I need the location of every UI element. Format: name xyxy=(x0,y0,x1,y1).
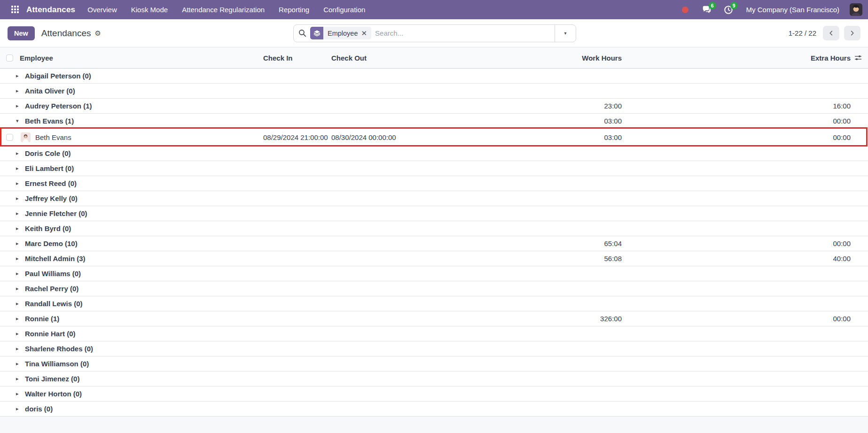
app-name[interactable]: Attendances xyxy=(26,5,75,15)
group-caret-icon[interactable]: ▸ xyxy=(16,301,21,307)
group-by-layers-icon xyxy=(310,27,323,39)
group-label: Jeffrey Kelly (0) xyxy=(25,194,78,202)
column-header-check-out[interactable]: Check Out xyxy=(330,54,470,62)
group-row[interactable]: ▾ Beth Evans (1) 03:00 00:00 xyxy=(0,114,868,129)
group-caret-icon[interactable]: ▸ xyxy=(16,180,21,186)
row-checkbox[interactable] xyxy=(6,134,13,141)
user-avatar[interactable] xyxy=(850,3,862,16)
notification-dot-icon[interactable] xyxy=(680,4,691,15)
new-button[interactable]: New xyxy=(8,26,35,40)
group-row[interactable]: ▸ Keith Byrd (0) xyxy=(0,221,868,236)
group-row[interactable]: ▸ Audrey Peterson (1) 23:00 16:00 xyxy=(0,99,868,114)
group-label: Jennie Fletcher (0) xyxy=(25,209,87,217)
group-caret-icon[interactable]: ▸ xyxy=(16,150,21,156)
group-caret-icon[interactable]: ▸ xyxy=(16,346,21,352)
group-caret-icon[interactable]: ▸ xyxy=(16,331,21,337)
activities-icon[interactable]: 9 xyxy=(723,4,734,15)
group-caret-icon[interactable]: ▸ xyxy=(16,376,21,382)
top-navbar: Attendances Overview Kiosk Mode Attendan… xyxy=(0,0,868,19)
group-row[interactable]: ▸ Randall Lewis (0) xyxy=(0,296,868,311)
select-all-checkbox[interactable] xyxy=(6,54,13,62)
group-caret-icon[interactable]: ▸ xyxy=(16,316,21,322)
nav-item-reporting[interactable]: Reporting xyxy=(279,6,309,14)
group-caret-icon[interactable]: ▸ xyxy=(16,225,21,232)
group-caret-icon[interactable]: ▸ xyxy=(16,406,21,412)
user-avatar-image xyxy=(850,3,862,16)
group-label: Marc Demo (10) xyxy=(25,240,78,247)
group-row[interactable]: ▸ Walter Horton (0) xyxy=(0,387,868,402)
sliders-icon xyxy=(854,54,862,62)
group-extra-hours: 16:00 xyxy=(623,102,852,110)
group-label: Keith Byrd (0) xyxy=(25,224,71,232)
group-row[interactable]: ▸ Jennie Fletcher (0) xyxy=(0,206,868,221)
group-row[interactable]: ▸ Eli Lambert (0) xyxy=(0,161,868,176)
group-caret-icon[interactable]: ▾ xyxy=(16,118,21,124)
facet-remove-icon[interactable]: ✕ xyxy=(361,30,367,37)
group-caret-icon[interactable]: ▸ xyxy=(16,210,21,216)
group-label: Randall Lewis (0) xyxy=(25,300,83,308)
group-row[interactable]: ▸ Marc Demo (10) 65:04 00:00 xyxy=(0,236,868,251)
group-extra-hours: 40:00 xyxy=(623,255,852,263)
group-label: Eli Lambert (0) xyxy=(25,164,74,172)
nav-item-configuration[interactable]: Configuration xyxy=(323,6,365,14)
search-options-toggle[interactable]: ▾ xyxy=(555,25,576,42)
group-caret-icon[interactable]: ▸ xyxy=(16,103,21,109)
nav-item-overview[interactable]: Overview xyxy=(87,6,117,14)
group-caret-icon[interactable]: ▸ xyxy=(16,271,21,277)
group-row[interactable]: ▸ Paul Williams (0) xyxy=(0,266,868,281)
group-caret-icon[interactable]: ▸ xyxy=(16,255,21,262)
optional-columns-button[interactable] xyxy=(852,54,868,62)
group-extra-hours: 00:00 xyxy=(623,315,852,323)
pager-previous-button[interactable] xyxy=(823,26,839,40)
group-label: Sharlene Rhodes (0) xyxy=(25,345,93,353)
group-work-hours: 326:00 xyxy=(470,315,623,323)
group-row[interactable]: ▸ Toni Jimenez (0) xyxy=(0,371,868,387)
check-out-value: 08/30/2024 00:00:00 xyxy=(330,133,470,141)
breadcrumb: Attendances xyxy=(41,28,91,39)
group-caret-icon[interactable]: ▸ xyxy=(16,165,21,171)
group-row[interactable]: ▸ Tina Williamson (0) xyxy=(0,356,868,371)
group-row[interactable]: ▸ Jeffrey Kelly (0) xyxy=(0,191,868,206)
group-label: Walter Horton (0) xyxy=(25,390,82,398)
column-header-work-hours[interactable]: Work Hours xyxy=(470,54,623,62)
messages-icon[interactable]: 6 xyxy=(701,4,712,15)
gear-icon[interactable]: ⚙ xyxy=(94,29,101,38)
group-caret-icon[interactable]: ▸ xyxy=(16,195,21,201)
column-header-employee[interactable]: Employee xyxy=(19,54,262,62)
search-bar[interactable]: Employee ✕ Search... ▾ xyxy=(293,24,576,42)
search-facet-employee[interactable]: Employee ✕ xyxy=(310,27,371,39)
company-switcher[interactable]: My Company (San Francisco) xyxy=(746,6,839,14)
group-row[interactable]: ▸ Sharlene Rhodes (0) xyxy=(0,341,868,356)
column-header-extra-hours[interactable]: Extra Hours xyxy=(623,54,852,62)
group-caret-icon[interactable]: ▸ xyxy=(16,88,21,94)
group-label: Abigail Peterson (0) xyxy=(25,72,91,80)
group-row[interactable]: ▸ doris (0) xyxy=(0,402,868,417)
nav-item-kiosk-mode[interactable]: Kiosk Mode xyxy=(131,6,168,14)
group-row[interactable]: ▸ Doris Cole (0) xyxy=(0,146,868,161)
group-row[interactable]: ▸ Mitchell Admin (3) 56:08 40:00 xyxy=(0,251,868,266)
group-label: Audrey Peterson (1) xyxy=(25,102,92,110)
apps-menu-icon[interactable] xyxy=(11,6,20,14)
group-row[interactable]: ▸ Ronnie (1) 326:00 00:00 xyxy=(0,311,868,326)
group-work-hours: 65:04 xyxy=(470,240,623,247)
group-caret-icon[interactable]: ▸ xyxy=(16,361,21,367)
search-input[interactable]: Search... xyxy=(375,29,403,37)
group-caret-icon[interactable]: ▸ xyxy=(16,286,21,292)
group-caret-icon[interactable]: ▸ xyxy=(16,391,21,397)
group-row[interactable]: ▸ Ronnie Hart (0) xyxy=(0,326,868,341)
group-row[interactable]: ▸ Ernest Reed (0) xyxy=(0,176,868,191)
group-row[interactable]: ▸ Rachel Perry (0) xyxy=(0,281,868,296)
column-header-check-in[interactable]: Check In xyxy=(262,54,330,62)
group-label: Toni Jimenez (0) xyxy=(25,375,79,383)
nav-item-attendance-regularization[interactable]: Attendance Regularization xyxy=(182,6,265,14)
attendance-row[interactable]: Beth Evans 08/29/2024 21:00:00 08/30/202… xyxy=(0,129,868,146)
group-row[interactable]: ▸ Anita Oliver (0) xyxy=(0,84,868,99)
pager-next-button[interactable] xyxy=(844,26,860,40)
group-row[interactable]: ▸ Abigail Peterson (0) xyxy=(0,69,868,84)
chevron-down-icon: ▾ xyxy=(564,31,566,36)
list-footer xyxy=(0,417,868,433)
group-extra-hours: 00:00 xyxy=(623,117,852,125)
group-caret-icon[interactable]: ▸ xyxy=(16,73,21,79)
group-caret-icon[interactable]: ▸ xyxy=(16,240,21,247)
group-label: Ronnie (1) xyxy=(25,315,59,323)
